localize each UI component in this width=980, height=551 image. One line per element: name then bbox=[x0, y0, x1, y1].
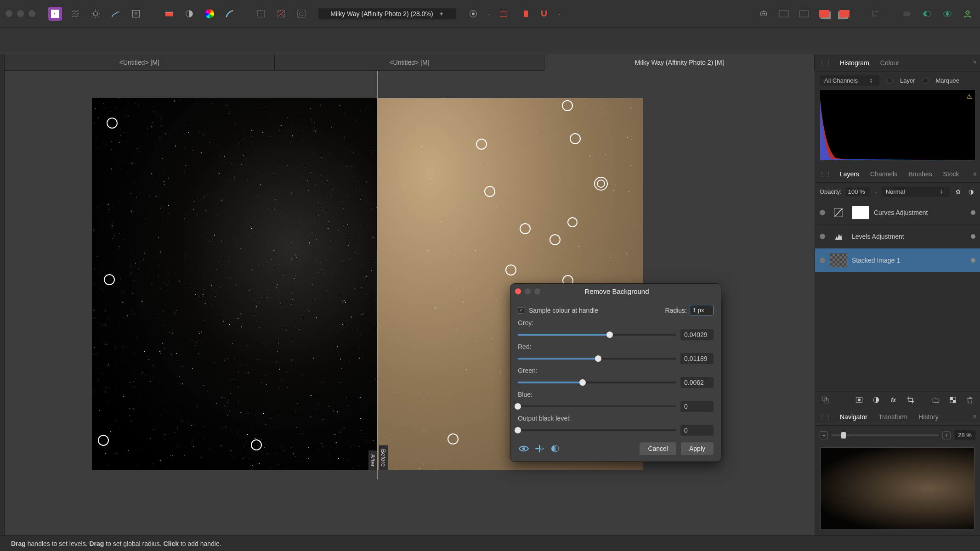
adjustment-layer-icon[interactable] bbox=[872, 395, 881, 405]
delete-layer-icon[interactable] bbox=[966, 395, 974, 405]
autowb-icon[interactable] bbox=[223, 7, 237, 21]
document-tab[interactable]: <Untitled> [M] bbox=[5, 54, 275, 70]
slider-value[interactable]: 0 bbox=[680, 401, 714, 412]
layer-visibility-toggle[interactable] bbox=[820, 210, 825, 215]
sample-handle[interactable] bbox=[104, 274, 115, 285]
traffic-min[interactable] bbox=[17, 10, 24, 17]
fx-layer-icon[interactable]: fx bbox=[889, 395, 898, 405]
sample-handle[interactable] bbox=[448, 433, 459, 444]
sample-handle[interactable] bbox=[562, 100, 573, 111]
tab-brushes[interactable]: Brushes bbox=[904, 168, 936, 180]
opacity-value[interactable]: 100 % bbox=[845, 187, 870, 197]
sample-handle[interactable] bbox=[570, 133, 581, 144]
crop-layer-icon[interactable] bbox=[906, 395, 915, 405]
sample-colour-checkbox[interactable]: ✓ bbox=[518, 307, 524, 314]
sample-handle[interactable] bbox=[98, 435, 109, 446]
quick-mask-icon[interactable] bbox=[466, 7, 480, 21]
channel-select[interactable]: All Channels ▴▾ bbox=[820, 75, 879, 86]
force-pixel-align-icon[interactable] bbox=[517, 7, 531, 21]
sample-handle[interactable] bbox=[549, 234, 561, 245]
radius-input[interactable] bbox=[690, 305, 714, 315]
layer-cog-icon[interactable]: ✿ bbox=[953, 187, 963, 197]
intersect-op-icon[interactable] bbox=[940, 7, 954, 21]
opacity-chevron-icon[interactable]: ⌄ bbox=[874, 189, 878, 194]
after-pane[interactable] bbox=[92, 98, 377, 470]
slider-track[interactable] bbox=[518, 405, 676, 407]
document-tab[interactable]: <Untitled> [M] bbox=[275, 54, 545, 70]
merge-layers-icon[interactable] bbox=[821, 395, 829, 405]
sample-handle[interactable] bbox=[476, 139, 487, 150]
panel-drag-grip-icon[interactable]: ⋮⋮ bbox=[819, 170, 832, 178]
cancel-button[interactable]: Cancel bbox=[640, 442, 676, 455]
slider-track[interactable] bbox=[518, 358, 676, 360]
zoom-slider[interactable] bbox=[832, 434, 939, 436]
persona-liquify-icon[interactable] bbox=[68, 7, 82, 21]
layer-toggle[interactable] bbox=[887, 78, 893, 84]
dropdown-chevron-icon[interactable]: ⌄ bbox=[557, 11, 561, 16]
zoom-value[interactable]: 28 % bbox=[954, 430, 975, 440]
sample-handle[interactable] bbox=[251, 439, 262, 450]
deselect-icon[interactable] bbox=[274, 7, 288, 21]
panel-drag-grip-icon[interactable]: ⋮⋮ bbox=[819, 59, 832, 67]
tab-channels[interactable]: Channels bbox=[866, 168, 902, 180]
histogram-warning-icon[interactable]: ⚠ bbox=[966, 93, 972, 100]
layer-row[interactable]: Curves Adjustment bbox=[815, 201, 980, 225]
slider-track[interactable] bbox=[518, 429, 676, 431]
snapping-icon[interactable] bbox=[497, 7, 510, 21]
select-all-icon[interactable] bbox=[254, 7, 268, 21]
slider-knob[interactable] bbox=[579, 379, 586, 386]
slider-value[interactable]: 0 bbox=[680, 425, 714, 436]
layer-fx-icon[interactable]: ◑ bbox=[966, 187, 975, 197]
marquee-toggle[interactable] bbox=[923, 78, 929, 84]
invert-selection-icon[interactable] bbox=[295, 7, 308, 21]
sample-handle[interactable] bbox=[505, 264, 516, 276]
persona-photo-icon[interactable] bbox=[48, 7, 62, 21]
slider-track[interactable] bbox=[518, 334, 676, 336]
split-divider[interactable] bbox=[377, 71, 378, 479]
tab-transform[interactable]: Transform bbox=[874, 410, 912, 423]
tab-stock[interactable]: Stock bbox=[939, 168, 964, 180]
assistant-icon[interactable] bbox=[757, 7, 770, 21]
sample-handle[interactable] bbox=[597, 180, 605, 188]
tab-colour[interactable]: Colour bbox=[876, 56, 904, 69]
layer-visibility-toggle[interactable] bbox=[820, 258, 825, 263]
layer-visibility-toggle[interactable] bbox=[820, 234, 825, 239]
sample-handle[interactable] bbox=[520, 223, 531, 234]
tab-history[interactable]: History bbox=[914, 410, 943, 423]
slider-knob[interactable] bbox=[595, 355, 601, 362]
autocolour-icon[interactable] bbox=[203, 7, 216, 21]
preview-mode-split-icon[interactable] bbox=[533, 444, 545, 454]
panel-menu-icon[interactable]: ≡ bbox=[973, 60, 976, 66]
zoom-in-button[interactable]: + bbox=[942, 431, 951, 439]
panel-drag-grip-icon[interactable]: ⋮⋮ bbox=[819, 413, 832, 421]
traffic-close[interactable] bbox=[6, 10, 12, 17]
slider-knob[interactable] bbox=[515, 427, 521, 433]
arrange-bottom-icon[interactable] bbox=[838, 7, 851, 21]
blend-mode-select[interactable]: Normal ▴▾ bbox=[881, 186, 950, 197]
layer-row[interactable]: Levels Adjustment bbox=[815, 225, 980, 248]
preview-mode-mirror-icon[interactable] bbox=[549, 444, 561, 454]
panel-menu-icon[interactable]: ≡ bbox=[973, 171, 976, 177]
layer-row[interactable]: Stacked Image 1 bbox=[815, 248, 980, 272]
preview-mode-single-icon[interactable] bbox=[518, 444, 530, 454]
tab-histogram[interactable]: Histogram bbox=[835, 56, 874, 69]
dialog-close-icon[interactable] bbox=[515, 288, 521, 294]
apply-button[interactable]: Apply bbox=[681, 442, 714, 455]
tab-navigator[interactable]: Navigator bbox=[835, 410, 872, 423]
navigator-preview[interactable] bbox=[821, 447, 974, 530]
persona-develop-icon[interactable] bbox=[89, 7, 102, 21]
autolevels-icon[interactable] bbox=[162, 7, 176, 21]
arrange-down-icon[interactable] bbox=[817, 7, 831, 21]
sample-handle[interactable] bbox=[107, 118, 118, 129]
panel-menu-icon[interactable]: ≡ bbox=[973, 414, 976, 420]
slider-value[interactable]: 0.01189 bbox=[680, 353, 714, 364]
add-group-icon[interactable] bbox=[931, 395, 940, 405]
traffic-max[interactable] bbox=[28, 10, 35, 17]
add-pixel-layer-icon[interactable] bbox=[949, 395, 957, 405]
autocontrast-icon[interactable] bbox=[182, 7, 196, 21]
document-tab[interactable]: Milky Way (Affinity Photo 2) [M] bbox=[544, 54, 815, 71]
sample-handle[interactable] bbox=[567, 217, 578, 227]
zoom-out-button[interactable]: − bbox=[820, 431, 828, 439]
mask-layer-icon[interactable] bbox=[855, 395, 863, 405]
account-icon[interactable] bbox=[961, 7, 974, 21]
